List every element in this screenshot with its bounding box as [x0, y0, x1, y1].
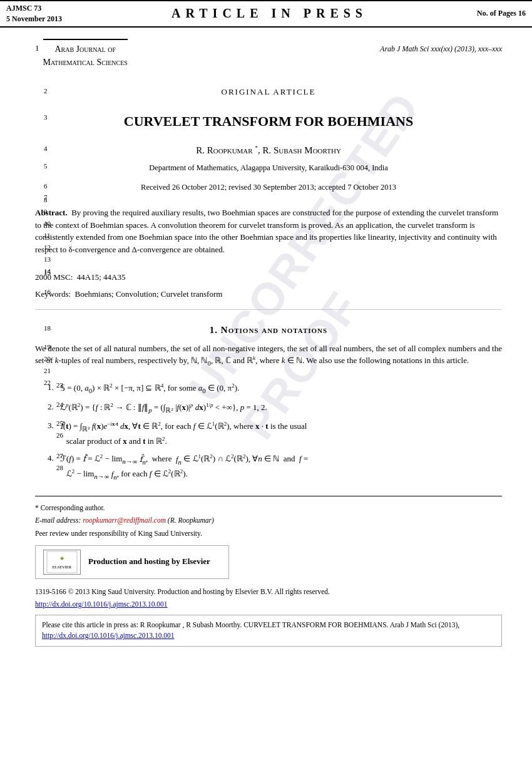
math-content-3: f̂(t) = ∫ℝ² f(x)e−ix·t dx, ∀t ∈ ℝ2, for … [60, 419, 502, 448]
bottom-doi-link[interactable]: http://dx.doi.org/10.1016/j.ajmsc.2013.1… [42, 632, 175, 639]
svg-text:🌳: 🌳 [60, 557, 64, 561]
section-keywords: 16 Keywords: Boehmians; Convolution; Cur… [35, 286, 502, 305]
keywords-line: Keywords: Boehmians; Convolution; Curvel… [35, 286, 502, 305]
line-num-21: 21 [44, 366, 51, 376]
line-num-13: 13 [44, 255, 51, 265]
math-item-4: 27 28 4. ℱ(f) = f̂ = ℒ2 − limn→∞ f̂n, wh… [48, 450, 502, 484]
math-content-2: ℒp(ℝ2) = {f : ℝ2 → ℂ : ‖f‖p = (∫ℝ² |f(x)… [60, 401, 502, 416]
footer-section: * Corresponding author. E-mail address: … [35, 496, 502, 647]
header-bar: AJMSC 73 5 November 2013 ARTICLE IN PRES… [0, 0, 532, 28]
original-article-label: ORIGINAL ARTICLE [35, 74, 502, 105]
section-original-article: 2 ORIGINAL ARTICLE [35, 74, 502, 105]
math-list: 23 1. 𝕊 = (0, a0) × ℝ2 × [−π, π] ⊆ ℝ4, f… [35, 374, 502, 489]
section-msc: 15 2000 MSC: 44A15; 44A35 [35, 267, 502, 286]
math-item-3-content: 3. f̂(t) = ∫ℝ² f(x)e−ix·t dx, ∀t ∈ ℝ2, f… [48, 418, 502, 450]
section-affiliation: 5 Department of Mathematics, Alagappa Un… [35, 160, 502, 175]
svg-text:ELSEVIER: ELSEVIER [53, 565, 72, 569]
journal-header-section: 1 Arab Journal of Mathematical Sciences … [0, 28, 532, 69]
line-num-10: 10 [44, 219, 51, 229]
journal-name: Arab Journal of Mathematical Sciences [43, 43, 128, 69]
journal-code: AJMSC 73 [6, 3, 62, 14]
line-num-24: 24 [56, 400, 63, 410]
elsevier-box: 🌳 ELSEVIER Production and hosting by Els… [35, 545, 229, 579]
line-num-8: 8 [44, 195, 48, 205]
section-abstract: 8 9 10 11 12 13 14 Abstract. By proving … [35, 195, 502, 267]
keywords-label: Keywords: [35, 289, 71, 299]
pages-label: No. of Pages 16 [477, 3, 526, 24]
msc-line: 2000 MSC: 44A15; 44A35 [35, 267, 502, 286]
received-text: Received 26 October 2012; revised 30 Sep… [35, 175, 502, 195]
math-item-2-content: 2. ℒp(ℝ2) = {f : ℝ2 → ℂ : ‖f‖p = (∫ℝ² |f… [48, 399, 502, 418]
line-num-1: 1 [35, 39, 43, 54]
msc-value: 44A15; 44A35 [77, 272, 126, 282]
section-intro: 19 20 21 22 We denote the set of all nat… [35, 342, 502, 369]
line-num-15: 15 [44, 268, 51, 278]
bottom-cite-text: Please cite this article in press as: R … [42, 621, 459, 629]
math-item-1-content: 1. 𝕊 = (0, a0) × ℝ2 × [−π, π] ⊆ ℝ4, for … [48, 379, 502, 398]
header-left: AJMSC 73 5 November 2013 [6, 3, 62, 24]
line-num-27: 27 [56, 451, 63, 461]
line-num-5: 5 [44, 162, 48, 172]
line-num-2: 2 [44, 86, 48, 96]
email-label: E-mail address: [35, 516, 81, 524]
elsevier-logo: 🌳 ELSEVIER [43, 550, 81, 575]
line-num-26: 26 [56, 431, 63, 441]
svg-rect-0 [47, 552, 77, 573]
header-date: 5 November 2013 [6, 14, 62, 24]
peer-review: Peer review under responsibility of King… [35, 527, 502, 540]
abstract-text: Abstract. By proving the required auxili… [35, 200, 502, 262]
line-num-16: 16 [44, 287, 51, 297]
doi-link[interactable]: http://dx.doi.org/10.1016/j.ajmsc.2013.1… [35, 599, 502, 610]
math-item-2: 24 2. ℒp(ℝ2) = {f : ℝ2 → ℂ : ‖f‖p = (∫ℝ²… [48, 399, 502, 418]
line-num-25: 25 [56, 419, 63, 429]
line-num-9: 9 [44, 207, 48, 217]
footnote-email: E-mail address: roopkumarr@rediffmail.co… [35, 514, 502, 527]
affiliation: Department of Mathematics, Alagappa Univ… [35, 160, 502, 175]
line-num-23: 23 [56, 381, 63, 391]
intro-paragraph: We denote the set of all natural numbers… [35, 342, 502, 369]
math-content-1: 𝕊 = (0, a0) × ℝ2 × [−π, π] ⊆ ℝ4, for som… [60, 381, 502, 396]
page: UNCORRECTEDPROOF AJMSC 73 5 November 201… [0, 0, 532, 775]
email-suffix: (R. Roopkumar) [168, 516, 214, 524]
abstract-label: Abstract. [35, 208, 68, 217]
abstract-body: By proving the required auxiliary result… [35, 208, 498, 254]
journal-citation: Arab J Math Sci xxx(xx) (2013), xxx–xxx [380, 39, 502, 54]
paper-title: CURVELET TRANSFORM FOR BOEHMIANS [35, 104, 502, 141]
main-content: 2 ORIGINAL ARTICLE 3 CURVELET TRANSFORM … [0, 74, 532, 647]
line-num-6: 6 [44, 182, 48, 192]
email-address[interactable]: roopkumarr@rediffmail.com [83, 516, 166, 524]
section-received: 6 7 Received 26 October 2012; revised 30… [35, 175, 502, 195]
authors: R. Roopkumar *, R. Subash Moorthy [35, 141, 502, 160]
line-num-19: 19 [44, 342, 51, 352]
section-title: 3 CURVELET TRANSFORM FOR BOEHMIANS [35, 104, 502, 141]
footnote-star: * Corresponding author. [35, 501, 502, 515]
bottom-bar: Please cite this article in press as: R … [35, 615, 502, 647]
line-num-18: 18 [44, 324, 51, 334]
section-1-heading: 1. Notions and notations [35, 314, 502, 342]
line-num-20: 20 [44, 354, 51, 364]
line-num-4: 4 [44, 144, 48, 154]
keywords-value: Boehmians; Convolution; Curvelet transfo… [75, 289, 223, 299]
math-item-3: 25 26 3. f̂(t) = ∫ℝ² f(x)e−ix·t dx, ∀t ∈… [48, 418, 502, 450]
line-num-28: 28 [56, 463, 63, 473]
article-in-press-label: ARTICLE IN PRESS [171, 3, 367, 24]
math-content-4: ℱ(f) = f̂ = ℒ2 − limn→∞ f̂n, where fn ∈ … [60, 452, 502, 482]
journal-name-block: Arab Journal of Mathematical Sciences [43, 39, 128, 69]
elsevier-production-text: Production and hosting by Elsevier [88, 556, 210, 568]
line-num-12: 12 [44, 243, 51, 253]
math-item-1: 23 1. 𝕊 = (0, a0) × ℝ2 × [−π, π] ⊆ ℝ4, f… [48, 379, 502, 398]
line-num-11: 11 [44, 231, 51, 241]
rights-line: 1319-5166 © 2013 King Saud University. P… [35, 584, 502, 600]
section-divider [35, 309, 502, 310]
math-item-4-content: 4. ℱ(f) = f̂ = ℒ2 − limn→∞ f̂n, where fn… [48, 450, 502, 484]
section-heading-1: 18 1. Notions and notations [35, 314, 502, 342]
msc-label: 2000 MSC: [35, 272, 73, 282]
line-num-3: 3 [44, 113, 48, 123]
section-authors: 4 R. Roopkumar *, R. Subash Moorthy [35, 141, 502, 160]
